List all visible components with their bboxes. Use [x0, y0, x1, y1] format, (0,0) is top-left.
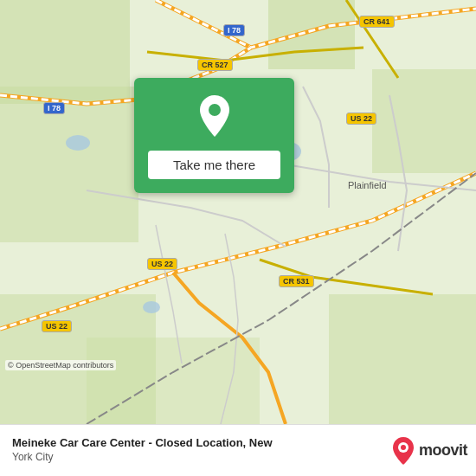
road-badge-us22-left: US 22 [42, 320, 72, 332]
road-badge-i78-top: I 78 [223, 24, 245, 36]
moovit-logo: moovit [391, 436, 467, 466]
location-name: Meineke Car Care Center - Closed Locatio… [12, 436, 391, 451]
svg-point-11 [209, 104, 221, 116]
road-badge-cr527: CR 527 [197, 59, 233, 71]
location-text: Meineke Car Care Center - Closed Locatio… [12, 436, 391, 464]
location-city: York City [12, 451, 391, 465]
location-card: Take me there [134, 78, 294, 193]
svg-rect-6 [87, 338, 260, 424]
svg-rect-1 [0, 87, 138, 242]
svg-point-13 [401, 445, 406, 450]
svg-text:Plainfield: Plainfield [348, 180, 387, 190]
road-badge-us22-right: US 22 [346, 113, 376, 125]
svg-point-9 [143, 301, 160, 313]
moovit-pin-icon [391, 436, 415, 466]
svg-rect-2 [268, 0, 355, 69]
svg-rect-3 [372, 69, 476, 173]
road-badge-us22-mid: US 22 [147, 258, 177, 270]
svg-point-8 [66, 135, 90, 151]
map-container: Plainfield I 78 I 78 CR 527 CR 641 US 22… [0, 0, 476, 424]
pin-icon [196, 93, 233, 138]
road-badge-cr531: CR 531 [279, 275, 314, 287]
road-badge-cr641: CR 641 [359, 16, 395, 28]
road-badge-i78-left: I 78 [43, 102, 65, 114]
svg-rect-5 [329, 294, 476, 424]
take-me-there-button[interactable]: Take me there [148, 151, 280, 179]
bottom-bar: Meineke Car Care Center - Closed Locatio… [0, 424, 476, 476]
osm-credit: © OpenStreetMap contributors [5, 360, 116, 370]
moovit-label: moovit [419, 441, 467, 460]
